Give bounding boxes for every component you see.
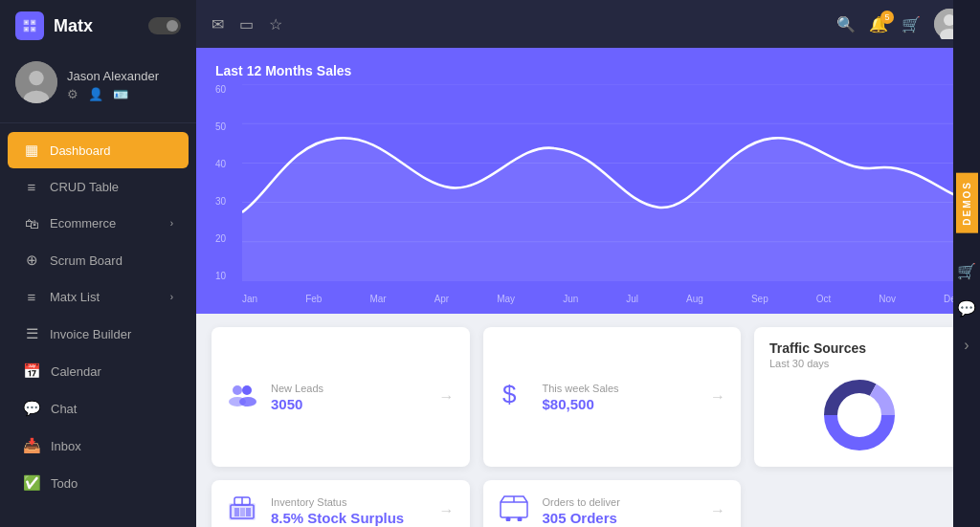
topbar: ✉ ▭ ☆ 🔍 🔔 5 🛒 [196,0,980,48]
chevron-right-icon: › [170,292,173,302]
sidebar-item-label: CRUD Table [50,180,119,194]
sidebar-item-todo[interactable]: ✅ Todo [8,465,189,501]
list-icon: ≡ [23,289,40,305]
inventory-icon [227,494,257,527]
user-section: Jason Alexander ⚙ 👤 🪪 [0,52,196,123]
svg-rect-25 [240,508,245,516]
user-settings-icon[interactable]: ⚙ [67,87,78,101]
stat-value: 305 Orders [543,510,698,526]
svg-point-11 [233,385,242,395]
stat-label: This week Sales [543,383,698,394]
stat-value: $80,500 [543,396,698,412]
traffic-card: Traffic Sources Last 30 days [754,327,965,467]
stat-label: Orders to deliver [543,496,698,508]
sidebar-item-label: Matx List [50,290,100,304]
theme-toggle[interactable] [148,17,181,34]
calendar-icon: 📅 [23,362,41,380]
stat-arrow[interactable]: → [439,502,455,519]
sidebar-header: Matx [0,0,196,52]
chevron-right-icon: › [170,218,173,229]
user-name: Jason Alexander [67,69,159,83]
traffic-title: Traffic Sources [769,340,949,356]
sidebar-item-ecommerce[interactable]: 🛍 Ecommerce › [8,206,189,241]
user-card-icon[interactable]: 🪪 [113,87,128,101]
stat-card-week-sales: $ This week Sales $80,500 → [483,327,742,467]
demos-tab[interactable]: DEMOS [956,173,978,233]
right-dock-cart-icon[interactable]: 🛒 [957,262,976,280]
sidebar-item-label: Chat [51,402,77,416]
sidebar-item-inbox[interactable]: 📥 Inbox [8,428,189,464]
logo-icon [15,11,44,40]
svg-point-14 [239,397,256,406]
stat-value: 3050 [271,396,426,412]
main-content: ✉ ▭ ☆ 🔍 🔔 5 🛒 [196,0,980,527]
stat-label: New Leads [271,383,426,394]
stat-arrow[interactable]: → [439,388,455,406]
sidebar-item-label: Ecommerce [50,216,116,231]
search-icon[interactable]: 🔍 [836,15,856,33]
svg-rect-24 [234,508,239,516]
stat-card-orders: Orders to deliver 305 Orders → [483,480,742,527]
stat-arrow[interactable]: → [710,502,725,519]
invoice-icon: ☰ [23,325,40,342]
crud-icon: ≡ [23,179,40,195]
scrum-icon: ⊕ [23,252,40,269]
ecommerce-icon: 🛍 [23,215,40,231]
right-dock: DEMOS 🛒 💬 › [953,0,980,527]
sidebar-item-matx-list[interactable]: ≡ Matx List › [8,279,189,315]
sidebar-item-label: Dashboard [50,143,111,158]
stat-label: Inventory Status [271,496,426,508]
sidebar-item-scrum-board[interactable]: ⊕ Scrum Board [8,242,189,278]
right-dock-chat-icon[interactable]: 💬 [957,299,976,318]
chat-icon: 💬 [23,400,41,417]
sidebar-item-crud-table[interactable]: ≡ CRUD Table [8,169,189,205]
window-icon[interactable]: ▭ [239,15,254,33]
sidebar-item-dashboard[interactable]: ▦ Dashboard [8,132,189,168]
star-icon[interactable]: ☆ [269,15,282,33]
svg-point-19 [842,398,877,432]
stat-arrow[interactable]: → [710,388,725,406]
stat-card-new-leads: New Leads 3050 → [212,327,470,467]
sidebar-item-calendar[interactable]: 📅 Calendar [8,353,189,389]
mail-icon[interactable]: ✉ [212,15,224,33]
nav-list: ▦ Dashboard ≡ CRUD Table 🛍 Ecommerce › ⊕… [0,123,196,527]
stats-row: New Leads 3050 → $ This week Sales $80,5… [196,314,980,480]
chart-container: 60 50 40 30 20 10 [215,84,961,304]
stat-info-inventory: Inventory Status 8.5% Stock Surplus [271,496,426,526]
orders-icon [499,494,529,527]
notifications-button[interactable]: 🔔 5 [869,15,888,33]
dashboard-icon: ▦ [23,142,40,159]
chart-svg [242,84,961,281]
inbox-icon: 📥 [23,437,41,454]
donut-chart [769,377,949,453]
stat-card-inventory: Inventory Status 8.5% Stock Surplus → [212,480,470,527]
sidebar-item-label: Todo [51,476,78,491]
stat-info-sales: This week Sales $80,500 [543,383,698,412]
stat-value: 8.5% Stock Surplus [271,510,426,526]
chart-x-labels: Jan Feb Mar Apr May Jun Jul Aug Sep Oct … [242,294,961,304]
svg-point-1 [29,71,43,85]
chart-area: Last 12 Months Sales 60 50 40 30 20 10 [196,48,980,314]
chart-y-labels: 60 50 40 30 20 10 [215,84,226,281]
sidebar-item-label: Inbox [51,439,81,453]
sidebar-item-label: Scrum Board [50,253,122,268]
svg-text:$: $ [502,380,517,408]
topbar-right: 🔍 🔔 5 🛒 [836,9,965,39]
sidebar: Matx Jason Alexander ⚙ 👤 🪪 [0,0,196,527]
avatar [15,61,57,103]
stat-info-orders: Orders to deliver 305 Orders [543,496,698,526]
sidebar-item-chat[interactable]: 💬 Chat [8,390,189,427]
sidebar-item-label: Calendar [51,364,101,379]
user-profile-icon[interactable]: 👤 [88,87,103,101]
sidebar-item-label: Invoice Builder [50,327,131,341]
todo-icon: ✅ [23,474,41,492]
svg-rect-26 [246,508,251,516]
right-dock-chevron-icon[interactable]: › [964,337,969,354]
sales-icon: $ [499,380,529,414]
svg-point-12 [242,385,252,395]
stat-info-leads: New Leads 3050 [271,383,426,412]
traffic-subtitle: Last 30 days [769,358,949,369]
main-panel: ✉ ▭ ☆ 🔍 🔔 5 🛒 [196,0,980,527]
cart-icon[interactable]: 🛒 [902,15,921,33]
sidebar-item-invoice-builder[interactable]: ☰ Invoice Builder [8,316,189,352]
